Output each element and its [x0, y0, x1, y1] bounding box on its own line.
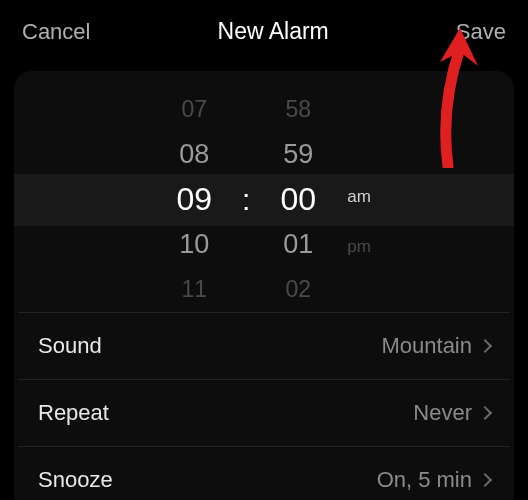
minute-column[interactable]: 58 59 00 01 02: [261, 87, 335, 312]
hour-option[interactable]: 10: [179, 222, 209, 267]
cancel-button[interactable]: Cancel: [22, 19, 90, 45]
time-picker[interactable]: 07 08 09 10 11 : 58 59 00 01 02 am pm: [14, 87, 514, 312]
minute-selected[interactable]: 00: [280, 177, 316, 222]
chevron-right-icon: [478, 339, 492, 353]
save-button[interactable]: Save: [456, 19, 506, 45]
picker-columns: 07 08 09 10 11 : 58 59 00 01 02 am pm: [14, 87, 514, 312]
ampm-column[interactable]: am pm: [347, 87, 371, 312]
snooze-value: On, 5 min: [377, 467, 472, 493]
sound-row[interactable]: Sound Mountain: [18, 312, 510, 379]
snooze-value-wrap: On, 5 min: [377, 467, 490, 493]
hour-selected[interactable]: 09: [176, 177, 212, 222]
hour-option[interactable]: 11: [181, 267, 207, 312]
hour-option[interactable]: 07: [181, 87, 207, 132]
sound-value-wrap: Mountain: [381, 333, 490, 359]
ampm-pm[interactable]: pm: [347, 237, 371, 257]
snooze-row[interactable]: Snooze On, 5 min: [18, 446, 510, 500]
minute-option[interactable]: 59: [283, 132, 313, 177]
minute-option[interactable]: 01: [283, 222, 313, 267]
ampm-am[interactable]: am: [347, 187, 371, 207]
hour-option[interactable]: 08: [179, 132, 209, 177]
repeat-value: Never: [413, 400, 472, 426]
header-bar: Cancel New Alarm Save: [0, 0, 528, 63]
repeat-row[interactable]: Repeat Never: [18, 379, 510, 446]
minute-option[interactable]: 02: [285, 267, 311, 312]
chevron-right-icon: [478, 473, 492, 487]
snooze-label: Snooze: [38, 467, 113, 493]
sound-label: Sound: [38, 333, 102, 359]
repeat-value-wrap: Never: [413, 400, 490, 426]
settings-list: Sound Mountain Repeat Never Snooze On, 5…: [14, 312, 514, 500]
hour-column[interactable]: 07 08 09 10 11: [157, 87, 231, 312]
chevron-right-icon: [478, 406, 492, 420]
alarm-card: 07 08 09 10 11 : 58 59 00 01 02 am pm So…: [14, 71, 514, 500]
minute-option[interactable]: 58: [285, 87, 311, 132]
page-title: New Alarm: [218, 18, 329, 45]
sound-value: Mountain: [381, 333, 472, 359]
time-colon: :: [231, 183, 261, 217]
repeat-label: Repeat: [38, 400, 109, 426]
